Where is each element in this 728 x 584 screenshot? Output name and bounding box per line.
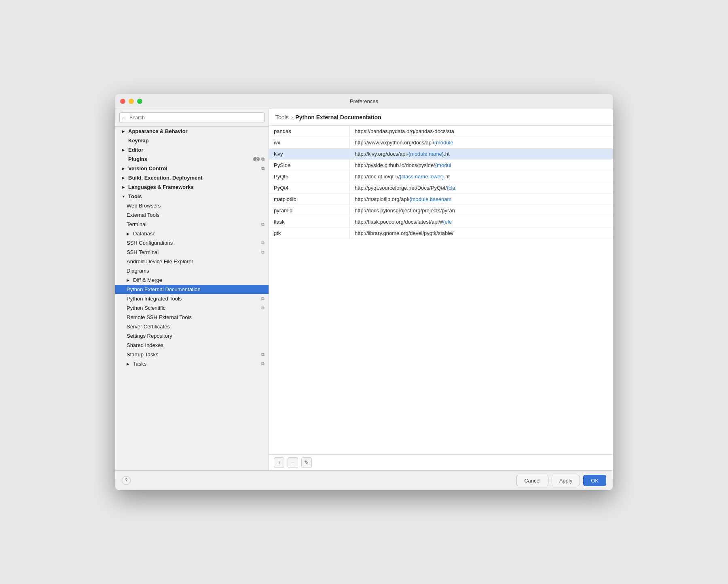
- sidebar-item-label: Web Browsers: [127, 203, 161, 209]
- sidebar-item-database[interactable]: ▶ Database: [115, 229, 269, 238]
- sidebar-item-plugins[interactable]: Plugins 2 ⧉: [115, 154, 269, 164]
- table-row[interactable]: pandas https://pandas.pydata.org/pandas-…: [269, 126, 613, 137]
- apply-button[interactable]: Apply: [552, 475, 580, 486]
- help-button[interactable]: ?: [122, 476, 131, 485]
- sidebar-item-appearance[interactable]: ▶ Appearance & Behavior: [115, 127, 269, 136]
- doc-name: gtk: [269, 228, 350, 239]
- search-wrapper: ⌕: [119, 112, 265, 123]
- sidebar-item-label: Diff & Merge: [133, 277, 162, 283]
- doc-name: PyQt4: [269, 182, 350, 193]
- sidebar-item-tools[interactable]: ▼ Tools: [115, 192, 269, 201]
- minimize-button[interactable]: [129, 99, 134, 104]
- table-row[interactable]: PySide http://pyside.github.io/docs/pysi…: [269, 160, 613, 171]
- add-entry-button[interactable]: +: [274, 457, 284, 468]
- sidebar-item-tasks[interactable]: ▶ Tasks ⧉: [115, 359, 269, 368]
- sidebar-item-server-certs[interactable]: Server Certificates: [115, 322, 269, 331]
- copy-icon[interactable]: ⧉: [261, 250, 265, 255]
- doc-url: http://kivy.org/docs/api-{module.name}.h…: [350, 148, 613, 159]
- copy-icon[interactable]: ⧉: [261, 296, 265, 301]
- sidebar-scroll: ▶ Appearance & Behavior Keymap ▶ Editor …: [115, 127, 269, 470]
- doc-name: flask: [269, 216, 350, 227]
- sidebar-item-label: Keymap: [128, 138, 149, 144]
- sidebar-item-diff-merge[interactable]: ▶ Diff & Merge: [115, 275, 269, 285]
- doc-url: http://matplotlib.org/api/{module.basena…: [350, 194, 613, 205]
- doc-url: http://pyqt.sourceforge.net/Docs/PyQt4/{…: [350, 182, 613, 193]
- doc-name: kivy: [269, 148, 350, 159]
- sidebar-item-diagrams[interactable]: Diagrams: [115, 266, 269, 275]
- ok-button[interactable]: OK: [583, 475, 606, 486]
- sidebar-item-terminal[interactable]: Terminal ⧉: [115, 220, 269, 229]
- sidebar-item-label: Plugins: [128, 156, 147, 162]
- sidebar-item-keymap[interactable]: Keymap: [115, 136, 269, 145]
- doc-name: matplotlib: [269, 194, 350, 205]
- sidebar-item-label: Diagrams: [127, 268, 149, 274]
- sidebar-item-editor[interactable]: ▶ Editor: [115, 145, 269, 154]
- sidebar-item-python-integrated[interactable]: Python Integrated Tools ⧉: [115, 294, 269, 303]
- sidebar-item-label: External Tools: [127, 212, 159, 218]
- copy-icon[interactable]: ⧉: [261, 166, 265, 171]
- sidebar-item-label: Remote SSH External Tools: [127, 314, 192, 320]
- table-row[interactable]: flask http://flask.pocoo.org/docs/latest…: [269, 216, 613, 228]
- preferences-window: Preferences ⌕ ▶ Appearance & Behavior: [115, 94, 613, 490]
- sidebar-item-label: Build, Execution, Deployment: [128, 175, 202, 181]
- table-row[interactable]: gtk http://library.gnome.org/devel/pygtk…: [269, 228, 613, 239]
- sidebar-item-web-browsers[interactable]: Web Browsers: [115, 201, 269, 210]
- copy-icon[interactable]: ⧉: [261, 222, 265, 227]
- sidebar-item-label: SSH Terminal: [127, 249, 159, 255]
- copy-icon[interactable]: ⧉: [261, 157, 265, 162]
- sidebar-item-label: Server Certificates: [127, 324, 170, 330]
- copy-icon[interactable]: ⧉: [261, 352, 265, 357]
- content-area: ⌕ ▶ Appearance & Behavior Keymap ▶: [115, 109, 613, 470]
- copy-icon[interactable]: ⧉: [261, 361, 265, 366]
- sidebar-item-android-device[interactable]: Android Device File Explorer: [115, 257, 269, 266]
- documentation-table[interactable]: pandas https://pandas.pydata.org/pandas-…: [269, 126, 613, 455]
- table-row[interactable]: wx http://www.wxpython.org/docs/api/{mod…: [269, 137, 613, 148]
- table-row[interactable]: matplotlib http://matplotlib.org/api/{mo…: [269, 194, 613, 205]
- chevron-down-icon: ▼: [122, 195, 127, 199]
- search-icon: ⌕: [122, 115, 125, 120]
- table-row[interactable]: PyQt5 http://doc.qt.io/qt-5/{class.name.…: [269, 171, 613, 182]
- doc-url: http://library.gnome.org/devel/pygtk/sta…: [350, 228, 613, 239]
- remove-entry-button[interactable]: −: [288, 457, 298, 468]
- sidebar-item-python-ext-doc[interactable]: Python External Documentation: [115, 285, 269, 294]
- sidebar-item-languages[interactable]: ▶ Languages & Frameworks: [115, 182, 269, 192]
- search-input[interactable]: [119, 112, 265, 123]
- close-button[interactable]: [120, 99, 125, 104]
- maximize-button[interactable]: [137, 99, 142, 104]
- sidebar-item-external-tools[interactable]: External Tools: [115, 210, 269, 220]
- sidebar-item-label: Database: [133, 231, 156, 237]
- sidebar-item-ssh-terminal[interactable]: SSH Terminal ⧉: [115, 248, 269, 257]
- sidebar-item-label: Editor: [128, 147, 144, 153]
- breadcrumb: Tools › Python External Documentation: [269, 109, 613, 126]
- sidebar-item-label: Python Scientific: [127, 305, 165, 311]
- sidebar-item-label: Android Device File Explorer: [127, 258, 193, 264]
- copy-icon[interactable]: ⧉: [261, 240, 265, 245]
- copy-icon[interactable]: ⧉: [261, 305, 265, 311]
- table-row[interactable]: PyQt4 http://pyqt.sourceforge.net/Docs/P…: [269, 182, 613, 194]
- sidebar-item-startup-tasks[interactable]: Startup Tasks ⧉: [115, 350, 269, 359]
- doc-url: http://pyside.github.io/docs/pyside/{mod…: [350, 160, 613, 171]
- doc-url: http://www.wxpython.org/docs/api/{module: [350, 137, 613, 148]
- chevron-right-icon: ▶: [127, 232, 131, 236]
- sidebar-item-remote-ssh[interactable]: Remote SSH External Tools: [115, 313, 269, 322]
- sidebar-item-label: Python External Documentation: [127, 286, 201, 292]
- sidebar-item-label: Languages & Frameworks: [128, 184, 194, 190]
- sidebar-item-label: Version Control: [128, 165, 167, 171]
- sidebar-item-python-scientific[interactable]: Python Scientific ⧉: [115, 303, 269, 313]
- table-row[interactable]: kivy http://kivy.org/docs/api-{module.na…: [269, 148, 613, 160]
- sidebar-item-build-exec[interactable]: ▶ Build, Execution, Deployment: [115, 173, 269, 182]
- doc-url: http://doc.qt.io/qt-5/{class.name.lower}…: [350, 171, 613, 182]
- sidebar-item-shared-indexes[interactable]: Shared Indexes: [115, 341, 269, 350]
- sidebar-item-ssh-configurations[interactable]: SSH Configurations ⧉: [115, 238, 269, 248]
- edit-entry-button[interactable]: ✎: [301, 457, 312, 468]
- sidebar-item-settings-repo[interactable]: Settings Repository: [115, 331, 269, 341]
- cancel-button[interactable]: Cancel: [516, 475, 548, 486]
- doc-name: PySide: [269, 160, 350, 171]
- doc-name: pandas: [269, 126, 350, 137]
- sidebar-item-label: Settings Repository: [127, 333, 172, 339]
- sidebar-item-version-control[interactable]: ▶ Version Control ⧉: [115, 164, 269, 173]
- table-row[interactable]: pyramid http://docs.pylonsproject.org/pr…: [269, 205, 613, 216]
- search-container: ⌕: [115, 109, 269, 127]
- doc-name: PyQt5: [269, 171, 350, 182]
- sidebar-item-label: Startup Tasks: [127, 351, 159, 358]
